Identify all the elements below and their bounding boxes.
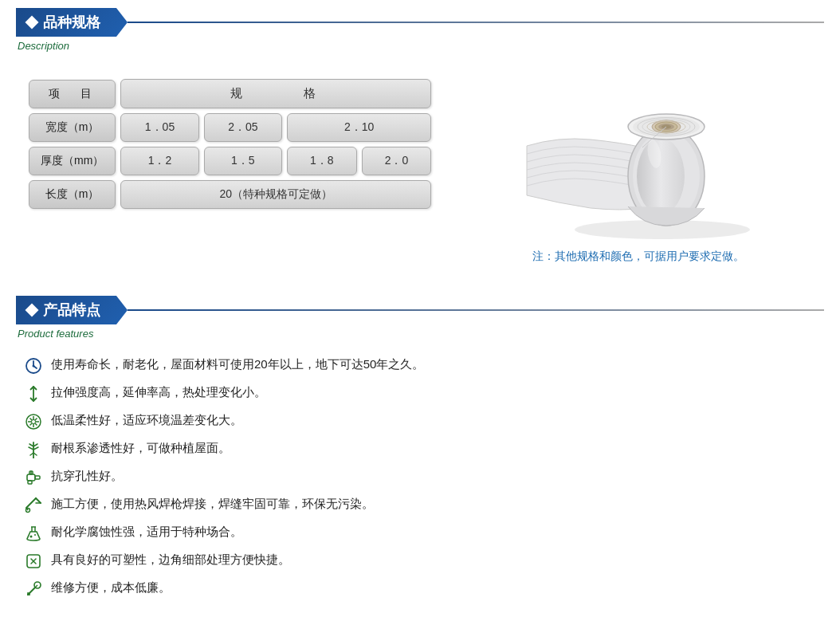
drill-icon [24, 468, 43, 487]
table-row-thickness: 厚度（mm） 1．2 1．5 1．8 2．0 [29, 147, 431, 175]
width-val-2: 2．05 [204, 113, 282, 142]
feature-item-9: 维修方便，成本低廉。 [24, 579, 816, 599]
svg-line-51 [35, 585, 37, 588]
title-diamond-icon [26, 16, 39, 29]
features-subtitle: Product features [18, 328, 824, 340]
feature-list: 使用寿命长，耐老化，屋面材料可使用20年以上，地下可达50年之久。 拉伸强度高，… [16, 349, 824, 613]
features-title-box: 产品特点 [16, 296, 128, 324]
svg-rect-33 [35, 476, 40, 479]
feature-item-1: 使用寿命长，耐老化，屋面材料可使用20年以上，地下可达50年之久。 [24, 356, 816, 375]
spec-table-area: 项 目 规 格 宽度（m） 1．05 2．05 2．10 厚度（mm） 1．2 … [24, 74, 436, 214]
description-content: 项 目 规 格 宽度（m） 1．05 2．05 2．10 厚度（mm） 1．2 … [16, 61, 824, 277]
features-header: 产品特点 [16, 296, 824, 324]
table-row-width: 宽度（m） 1．05 2．05 2．10 [29, 113, 431, 142]
description-subtitle: Description [18, 40, 824, 52]
col-header-value: 规 格 [120, 79, 431, 108]
spec-table: 项 目 规 格 宽度（m） 1．05 2．05 2．10 厚度（mm） 1．2 … [24, 74, 436, 214]
chemical-icon [24, 524, 43, 543]
temperature-icon [24, 412, 43, 431]
length-value: 20（特种规格可定做） [120, 180, 431, 209]
thickness-val-4: 2．0 [362, 147, 432, 175]
thickness-label: 厚度（mm） [29, 147, 116, 175]
description-title: 品种规格 [43, 13, 100, 32]
feature-text-1: 使用寿命长，耐老化，屋面材料可使用20年以上，地下可达50年之久。 [51, 356, 424, 374]
features-title: 产品特点 [43, 301, 100, 320]
plastic-icon [24, 552, 43, 571]
description-section: 品种规格 Description 项 目 规 格 宽度（m） 1．05 2．05… [16, 8, 824, 277]
root-icon [24, 440, 43, 459]
svg-point-17 [33, 365, 35, 367]
feature-text-5: 抗穿孔性好。 [51, 467, 123, 485]
feature-item-6: 施工方便，使用热风焊枪焊接，焊缝牢固可靠，环保无污染。 [24, 495, 816, 515]
thickness-val-1: 1．2 [120, 147, 198, 175]
width-val-1: 1．05 [120, 113, 198, 142]
svg-point-3 [637, 138, 685, 214]
svg-line-28 [29, 447, 33, 450]
table-header-row: 项 目 规 格 [29, 79, 431, 108]
feature-text-6: 施工方便，使用热风焊枪焊接，焊缝牢固可靠，环保无污染。 [51, 495, 374, 513]
clock-icon [24, 356, 43, 375]
product-image-area: 注：其他规格和颜色，可据用户要求定做。 [460, 74, 816, 264]
stretch-icon [24, 384, 43, 403]
description-header: 品种规格 [16, 8, 824, 37]
feature-text-3: 低温柔性好，适应环境温差变化大。 [51, 411, 242, 430]
feature-item-3: 低温柔性好，适应环境温差变化大。 [24, 411, 816, 431]
length-label: 长度（m） [29, 180, 116, 209]
feature-item-7: 耐化学腐蚀性强，适用于特种场合。 [24, 523, 816, 543]
svg-point-24 [32, 420, 36, 424]
section-divider [128, 22, 824, 23]
description-title-box: 品种规格 [16, 8, 128, 37]
svg-rect-32 [27, 474, 35, 481]
feature-text-9: 维修方便，成本低廉。 [51, 579, 171, 597]
product-roll-image [511, 82, 766, 242]
svg-line-53 [28, 593, 29, 595]
svg-line-38 [36, 498, 41, 503]
features-divider [128, 309, 824, 311]
width-val-3: 2．10 [287, 113, 431, 142]
table-row-length: 长度（m） 20（特种规格可定做） [29, 180, 431, 209]
svg-point-46 [34, 534, 36, 536]
svg-line-37 [26, 498, 36, 508]
svg-point-45 [30, 536, 33, 538]
svg-line-29 [33, 447, 38, 450]
svg-rect-36 [28, 481, 32, 484]
col-header-label: 项 目 [29, 80, 116, 108]
features-diamond-icon [26, 304, 39, 317]
feature-text-4: 耐根系渗透性好，可做种植屋面。 [51, 439, 230, 458]
features-section: 产品特点 Product features 使用寿命长，耐老化，屋面材料可使用2… [16, 296, 824, 613]
feature-item-2: 拉伸强度高，延伸率高，热处理变化小。 [24, 383, 816, 403]
feature-text-2: 拉伸强度高，延伸率高，热处理变化小。 [51, 383, 266, 402]
repair-icon [24, 580, 43, 599]
feature-item-5: 抗穿孔性好。 [24, 467, 816, 487]
thickness-val-3: 1．8 [287, 147, 357, 175]
feature-text-8: 具有良好的可塑性，边角细部处理方便快捷。 [51, 551, 290, 569]
thickness-val-2: 1．5 [204, 147, 282, 175]
feature-item-4: 耐根系渗透性好，可做种植屋面。 [24, 439, 816, 459]
weld-icon [24, 496, 43, 515]
width-label: 宽度（m） [29, 113, 116, 142]
product-note: 注：其他规格和颜色，可据用户要求定做。 [532, 250, 744, 264]
feature-item-8: 具有良好的可塑性，边角细部处理方便快捷。 [24, 551, 816, 571]
feature-text-7: 耐化学腐蚀性强，适用于特种场合。 [51, 523, 242, 541]
